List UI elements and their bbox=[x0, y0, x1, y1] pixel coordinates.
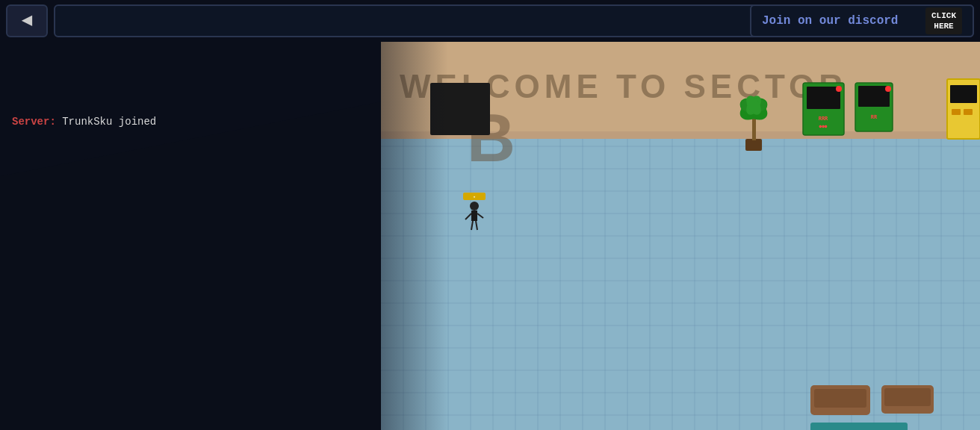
svg-rect-60 bbox=[858, 86, 890, 107]
svg-rect-70 bbox=[471, 211, 477, 221]
server-label: Server: bbox=[12, 116, 56, 128]
game-scene: WELCOME TO SECTOR B bbox=[0, 42, 980, 430]
back-button[interactable]: ◀ bbox=[6, 4, 48, 37]
svg-rect-79 bbox=[810, 423, 908, 430]
game-world: WELCOME TO SECTOR B bbox=[0, 42, 980, 430]
svg-rect-55 bbox=[807, 87, 840, 109]
svg-text:★: ★ bbox=[473, 194, 475, 199]
svg-point-62 bbox=[885, 86, 891, 92]
svg-rect-47 bbox=[745, 139, 762, 151]
back-arrow-icon: ◀ bbox=[22, 12, 32, 30]
server-message: Server: TrunkSku joined bbox=[12, 116, 156, 128]
svg-rect-64 bbox=[950, 85, 977, 103]
click-label-line2: HERE bbox=[931, 21, 956, 31]
click-label-line1: CLICK bbox=[931, 10, 956, 21]
svg-point-58 bbox=[836, 86, 842, 92]
discord-join-text: Join on our discord bbox=[762, 14, 898, 28]
svg-point-69 bbox=[470, 202, 479, 211]
svg-text:RRR: RRR bbox=[819, 116, 828, 122]
svg-rect-78 bbox=[884, 388, 931, 406]
server-message-text: TrunkSku joined bbox=[56, 116, 156, 128]
chat-input[interactable] bbox=[64, 15, 868, 27]
svg-rect-76 bbox=[814, 389, 866, 408]
svg-rect-65 bbox=[952, 109, 961, 115]
svg-rect-66 bbox=[964, 109, 973, 115]
svg-text:●●●: ●●● bbox=[819, 123, 828, 128]
click-here-box: CLICK HERE bbox=[925, 7, 962, 35]
svg-text:RR: RR bbox=[871, 114, 878, 120]
discord-banner[interactable]: Join on our discord CLICK HERE bbox=[750, 4, 974, 37]
